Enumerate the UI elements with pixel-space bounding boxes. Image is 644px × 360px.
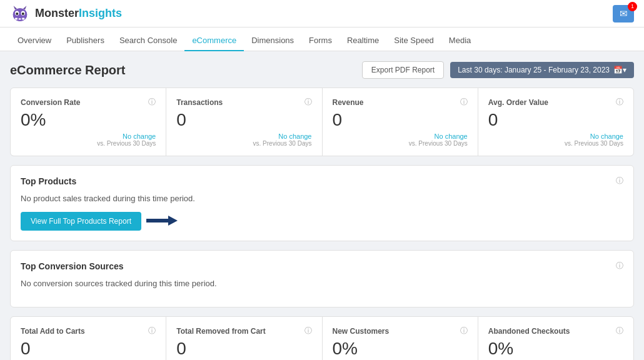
conversion-rate-info-icon[interactable]: ⓘ <box>148 97 156 108</box>
conversion-rate-change: No change <box>21 132 156 140</box>
nav-item-media[interactable]: Media <box>441 31 478 51</box>
avg-order-value-change: No change <box>488 132 623 140</box>
top-metrics-row: Conversion Rate ⓘ 0% No change vs. Previ… <box>10 88 634 156</box>
abandoned-checkouts-label: Abandoned Checkouts <box>488 327 570 336</box>
nav-item-site-speed[interactable]: Site Speed <box>386 31 441 51</box>
metric-avg-order-value: Avg. Order Value ⓘ 0 No change vs. Previ… <box>478 88 633 156</box>
monster-logo-icon <box>10 4 30 24</box>
total-add-to-carts-label: Total Add to Carts <box>21 327 85 336</box>
revenue-value: 0 <box>333 110 468 130</box>
avg-order-value-info-icon[interactable]: ⓘ <box>616 97 623 108</box>
logo-text: MonsterInsights <box>35 7 122 20</box>
view-full-top-products-button[interactable]: View Full Top Products Report <box>21 212 141 231</box>
abandoned-checkouts-value: 0% <box>488 339 623 359</box>
total-removed-from-cart-value: 0 <box>176 339 311 359</box>
metric-abandoned-checkouts: Abandoned Checkouts ⓘ 0% No change vs. P… <box>478 317 633 360</box>
svg-rect-7 <box>19 18 21 19</box>
top-conversion-sources-info-icon[interactable]: ⓘ <box>616 261 623 271</box>
top-products-panel: Top Products ⓘ No product sales tracked … <box>10 165 634 241</box>
calendar-icon: 📅▾ <box>613 66 626 74</box>
top-products-empty: No product sales tracked during this tim… <box>21 194 623 203</box>
date-range-label: Last 30 days: January 25 - February 23, … <box>458 66 610 74</box>
metric-transactions: Transactions ⓘ 0 No change vs. Previous … <box>166 88 321 156</box>
top-products-title: Top Products <box>21 176 76 186</box>
metric-revenue: Revenue ⓘ 0 No change vs. Previous 30 Da… <box>323 88 478 156</box>
nav-item-search-console[interactable]: Search Console <box>112 31 185 51</box>
nav-item-publishers[interactable]: Publishers <box>59 31 112 51</box>
total-removed-from-cart-label: Total Removed from Cart <box>176 327 265 336</box>
nav-item-dimensions[interactable]: Dimensions <box>244 31 301 51</box>
avg-order-value-label: Avg. Order Value <box>488 98 548 107</box>
transactions-change: No change <box>176 132 311 140</box>
export-pdf-button[interactable]: Export PDF Report <box>362 61 444 79</box>
total-removed-from-cart-info-icon[interactable]: ⓘ <box>304 326 312 336</box>
arrow-pointer-icon <box>146 214 178 229</box>
main-content: eCommerce Report Export PDF Report Last … <box>0 51 644 360</box>
metric-conversion-rate: Conversion Rate ⓘ 0% No change vs. Previ… <box>11 88 166 156</box>
revenue-change: No change <box>333 132 468 140</box>
abandoned-checkouts-info-icon[interactable]: ⓘ <box>616 326 623 336</box>
notification-area[interactable]: ✉ 1 <box>613 5 634 22</box>
avg-order-value-vs: vs. Previous 30 Days <box>488 140 623 147</box>
transactions-info-icon[interactable]: ⓘ <box>304 97 312 108</box>
top-products-header: Top Products ⓘ <box>21 176 623 186</box>
new-customers-value: 0% <box>333 339 468 359</box>
revenue-info-icon[interactable]: ⓘ <box>460 97 468 108</box>
nav-item-ecommerce[interactable]: eCommerce <box>184 31 244 51</box>
avg-order-value-value: 0 <box>488 110 623 130</box>
svg-rect-6 <box>15 18 18 19</box>
metric-new-customers: New Customers ⓘ 0% No change vs. Previou… <box>323 317 478 360</box>
total-add-to-carts-info-icon[interactable]: ⓘ <box>148 326 156 336</box>
svg-point-4 <box>16 12 18 15</box>
new-customers-info-icon[interactable]: ⓘ <box>460 326 468 336</box>
nav-item-forms[interactable]: Forms <box>301 31 340 51</box>
top-products-info-icon[interactable]: ⓘ <box>616 176 623 186</box>
nav-item-overview[interactable]: Overview <box>10 31 59 51</box>
page-title: eCommerce Report <box>10 63 126 78</box>
transactions-vs: vs. Previous 30 Days <box>176 140 311 147</box>
conversion-rate-vs: vs. Previous 30 Days <box>21 140 156 147</box>
top-conversion-sources-header: Top Conversion Sources ⓘ <box>21 261 623 271</box>
revenue-vs: vs. Previous 30 Days <box>333 140 468 147</box>
main-nav: Overview Publishers Search Console eComm… <box>0 28 644 51</box>
new-customers-label: New Customers <box>333 327 390 336</box>
transactions-label: Transactions <box>176 98 223 107</box>
top-conversion-sources-panel: Top Conversion Sources ⓘ No conversion s… <box>10 250 634 308</box>
header-controls: Export PDF Report Last 30 days: January … <box>362 61 634 79</box>
top-conversion-sources-empty: No conversion sources tracked during thi… <box>21 279 623 288</box>
total-add-to-carts-value: 0 <box>21 339 156 359</box>
bottom-metrics-row: Total Add to Carts ⓘ 0 No change vs. Pre… <box>10 316 634 360</box>
date-range-button[interactable]: Last 30 days: January 25 - February 23, … <box>450 62 634 78</box>
metric-total-add-to-carts: Total Add to Carts ⓘ 0 No change vs. Pre… <box>11 317 166 360</box>
transactions-value: 0 <box>176 110 311 130</box>
svg-rect-8 <box>22 18 24 19</box>
top-conversion-sources-title: Top Conversion Sources <box>21 261 124 271</box>
conversion-rate-label: Conversion Rate <box>21 98 80 107</box>
app-header: MonsterInsights ✉ 1 <box>0 0 644 28</box>
svg-point-5 <box>22 12 24 15</box>
logo-area: MonsterInsights <box>10 4 122 24</box>
notification-badge: 1 <box>628 2 637 11</box>
page-header: eCommerce Report Export PDF Report Last … <box>10 61 634 79</box>
svg-marker-11 <box>146 216 178 226</box>
conversion-rate-value: 0% <box>21 110 156 130</box>
revenue-label: Revenue <box>333 98 364 107</box>
metric-total-removed-from-cart: Total Removed from Cart ⓘ 0 No change vs… <box>166 317 321 360</box>
nav-item-realtime[interactable]: Realtime <box>340 31 386 51</box>
